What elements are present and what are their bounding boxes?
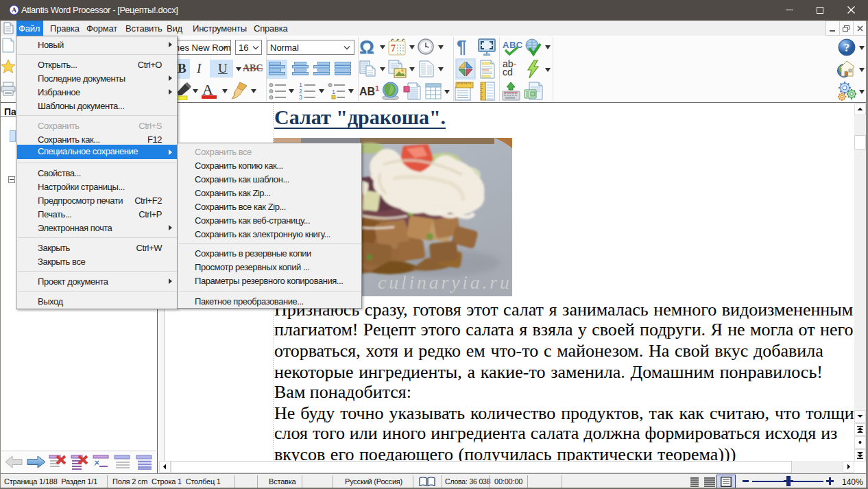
svg-text:3: 3 (299, 94, 302, 100)
svg-text:A: A (12, 6, 17, 14)
svg-text:?: ? (844, 41, 850, 54)
svg-text:1: 1 (332, 88, 335, 95)
svg-text:7: 7 (391, 43, 396, 53)
svg-text:culinaryia.ru: culinaryia.ru (378, 272, 509, 293)
